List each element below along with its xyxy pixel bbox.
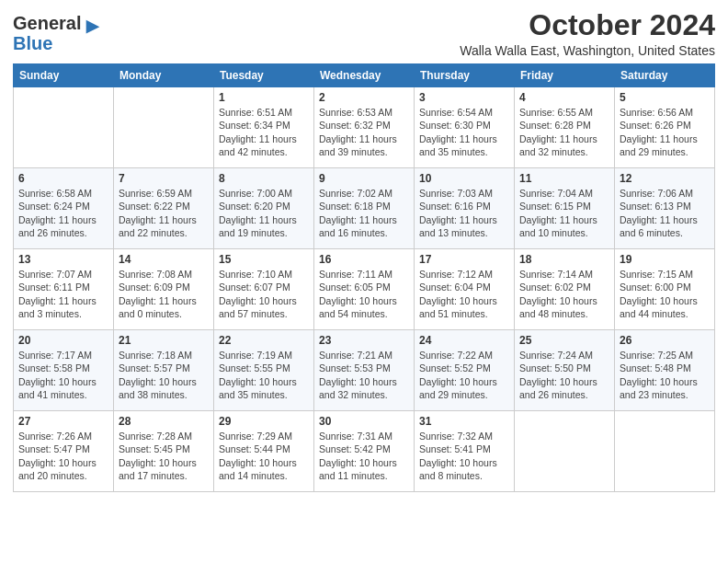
calendar-cell: 25Sunrise: 7:24 AM Sunset: 5:50 PM Dayli… bbox=[515, 330, 615, 411]
day-info: Sunrise: 7:04 AM Sunset: 6:15 PM Dayligh… bbox=[519, 187, 609, 239]
day-info: Sunrise: 7:03 AM Sunset: 6:16 PM Dayligh… bbox=[419, 187, 509, 239]
day-info: Sunrise: 7:17 AM Sunset: 5:58 PM Dayligh… bbox=[18, 349, 108, 401]
day-number: 20 bbox=[18, 334, 108, 347]
calendar-cell: 4Sunrise: 6:55 AM Sunset: 6:28 PM Daylig… bbox=[515, 87, 615, 168]
calendar-week-4: 27Sunrise: 7:26 AM Sunset: 5:47 PM Dayli… bbox=[14, 411, 715, 492]
day-info: Sunrise: 7:00 AM Sunset: 6:20 PM Dayligh… bbox=[219, 187, 309, 239]
calendar-week-1: 6Sunrise: 6:58 AM Sunset: 6:24 PM Daylig… bbox=[14, 168, 715, 249]
day-number: 3 bbox=[419, 91, 509, 104]
day-number: 9 bbox=[319, 172, 409, 185]
calendar-cell: 12Sunrise: 7:06 AM Sunset: 6:13 PM Dayli… bbox=[615, 168, 715, 249]
generalblue-icon bbox=[83, 18, 103, 39]
day-info: Sunrise: 7:10 AM Sunset: 6:07 PM Dayligh… bbox=[219, 268, 309, 320]
day-number: 15 bbox=[219, 253, 309, 266]
day-number: 2 bbox=[319, 91, 409, 104]
day-info: Sunrise: 7:07 AM Sunset: 6:11 PM Dayligh… bbox=[18, 268, 108, 320]
day-number: 27 bbox=[18, 415, 108, 428]
svg-marker-0 bbox=[86, 20, 100, 34]
day-header-friday: Friday bbox=[515, 64, 615, 87]
day-header-monday: Monday bbox=[114, 64, 214, 87]
day-info: Sunrise: 7:22 AM Sunset: 5:52 PM Dayligh… bbox=[419, 349, 509, 401]
day-number: 22 bbox=[219, 334, 309, 347]
header: General Blue October 2024 Walla Walla Ea… bbox=[13, 9, 715, 58]
calendar-cell: 15Sunrise: 7:10 AM Sunset: 6:07 PM Dayli… bbox=[214, 249, 314, 330]
day-info: Sunrise: 7:08 AM Sunset: 6:09 PM Dayligh… bbox=[119, 268, 209, 320]
day-info: Sunrise: 7:11 AM Sunset: 6:05 PM Dayligh… bbox=[319, 268, 409, 320]
calendar-cell: 24Sunrise: 7:22 AM Sunset: 5:52 PM Dayli… bbox=[415, 330, 515, 411]
calendar: SundayMondayTuesdayWednesdayThursdayFrid… bbox=[13, 63, 715, 492]
day-info: Sunrise: 6:53 AM Sunset: 6:32 PM Dayligh… bbox=[319, 106, 409, 158]
day-info: Sunrise: 7:18 AM Sunset: 5:57 PM Dayligh… bbox=[119, 349, 209, 401]
day-header-tuesday: Tuesday bbox=[214, 64, 314, 87]
day-info: Sunrise: 7:02 AM Sunset: 6:18 PM Dayligh… bbox=[319, 187, 409, 239]
day-number: 24 bbox=[419, 334, 509, 347]
day-number: 30 bbox=[319, 415, 409, 428]
month-title: October 2024 bbox=[460, 9, 715, 41]
day-info: Sunrise: 6:54 AM Sunset: 6:30 PM Dayligh… bbox=[419, 106, 509, 158]
calendar-cell: 11Sunrise: 7:04 AM Sunset: 6:15 PM Dayli… bbox=[515, 168, 615, 249]
day-number: 17 bbox=[419, 253, 509, 266]
day-header-wednesday: Wednesday bbox=[314, 64, 415, 87]
calendar-cell: 13Sunrise: 7:07 AM Sunset: 6:11 PM Dayli… bbox=[14, 249, 114, 330]
day-info: Sunrise: 7:12 AM Sunset: 6:04 PM Dayligh… bbox=[419, 268, 509, 320]
calendar-cell: 3Sunrise: 6:54 AM Sunset: 6:30 PM Daylig… bbox=[415, 87, 515, 168]
day-number: 18 bbox=[519, 253, 609, 266]
day-info: Sunrise: 6:58 AM Sunset: 6:24 PM Dayligh… bbox=[18, 187, 108, 239]
calendar-cell bbox=[114, 87, 214, 168]
day-number: 19 bbox=[620, 253, 710, 266]
day-number: 28 bbox=[119, 415, 209, 428]
logo-general: General bbox=[13, 13, 81, 33]
calendar-cell: 20Sunrise: 7:17 AM Sunset: 5:58 PM Dayli… bbox=[14, 330, 114, 411]
calendar-cell: 2Sunrise: 6:53 AM Sunset: 6:32 PM Daylig… bbox=[314, 87, 415, 168]
day-header-sunday: Sunday bbox=[14, 64, 114, 87]
calendar-cell: 14Sunrise: 7:08 AM Sunset: 6:09 PM Dayli… bbox=[114, 249, 214, 330]
day-number: 25 bbox=[519, 334, 609, 347]
calendar-cell bbox=[515, 411, 615, 492]
calendar-week-2: 13Sunrise: 7:07 AM Sunset: 6:11 PM Dayli… bbox=[14, 249, 715, 330]
day-number: 7 bbox=[119, 172, 209, 185]
day-info: Sunrise: 7:21 AM Sunset: 5:53 PM Dayligh… bbox=[319, 349, 409, 401]
day-info: Sunrise: 7:14 AM Sunset: 6:02 PM Dayligh… bbox=[519, 268, 609, 320]
calendar-cell: 18Sunrise: 7:14 AM Sunset: 6:02 PM Dayli… bbox=[515, 249, 615, 330]
calendar-cell: 8Sunrise: 7:00 AM Sunset: 6:20 PM Daylig… bbox=[214, 168, 314, 249]
day-number: 5 bbox=[620, 91, 710, 104]
calendar-cell: 22Sunrise: 7:19 AM Sunset: 5:55 PM Dayli… bbox=[214, 330, 314, 411]
calendar-cell bbox=[615, 411, 715, 492]
calendar-week-0: 1Sunrise: 6:51 AM Sunset: 6:34 PM Daylig… bbox=[14, 87, 715, 168]
calendar-cell: 31Sunrise: 7:32 AM Sunset: 5:41 PM Dayli… bbox=[415, 411, 515, 492]
day-info: Sunrise: 6:55 AM Sunset: 6:28 PM Dayligh… bbox=[519, 106, 609, 158]
day-number: 12 bbox=[620, 172, 710, 185]
calendar-cell: 23Sunrise: 7:21 AM Sunset: 5:53 PM Dayli… bbox=[314, 330, 415, 411]
day-header-saturday: Saturday bbox=[615, 64, 715, 87]
day-info: Sunrise: 7:28 AM Sunset: 5:45 PM Dayligh… bbox=[119, 430, 209, 482]
calendar-cell: 7Sunrise: 6:59 AM Sunset: 6:22 PM Daylig… bbox=[114, 168, 214, 249]
day-header-thursday: Thursday bbox=[415, 64, 515, 87]
day-info: Sunrise: 7:29 AM Sunset: 5:44 PM Dayligh… bbox=[219, 430, 309, 482]
calendar-cell: 10Sunrise: 7:03 AM Sunset: 6:16 PM Dayli… bbox=[415, 168, 515, 249]
calendar-cell: 26Sunrise: 7:25 AM Sunset: 5:48 PM Dayli… bbox=[615, 330, 715, 411]
day-info: Sunrise: 7:19 AM Sunset: 5:55 PM Dayligh… bbox=[219, 349, 309, 401]
title-block: October 2024 Walla Walla East, Washingto… bbox=[460, 9, 715, 58]
day-number: 8 bbox=[219, 172, 309, 185]
calendar-cell: 6Sunrise: 6:58 AM Sunset: 6:24 PM Daylig… bbox=[14, 168, 114, 249]
day-info: Sunrise: 6:51 AM Sunset: 6:34 PM Dayligh… bbox=[219, 106, 309, 158]
day-number: 13 bbox=[18, 253, 108, 266]
day-number: 16 bbox=[319, 253, 409, 266]
calendar-header-row: SundayMondayTuesdayWednesdayThursdayFrid… bbox=[14, 64, 715, 87]
day-number: 11 bbox=[519, 172, 609, 185]
day-info: Sunrise: 7:15 AM Sunset: 6:00 PM Dayligh… bbox=[620, 268, 710, 320]
day-number: 26 bbox=[620, 334, 710, 347]
calendar-cell: 5Sunrise: 6:56 AM Sunset: 6:26 PM Daylig… bbox=[615, 87, 715, 168]
day-info: Sunrise: 7:24 AM Sunset: 5:50 PM Dayligh… bbox=[519, 349, 609, 401]
day-number: 10 bbox=[419, 172, 509, 185]
day-number: 23 bbox=[319, 334, 409, 347]
day-number: 4 bbox=[519, 91, 609, 104]
calendar-cell: 19Sunrise: 7:15 AM Sunset: 6:00 PM Dayli… bbox=[615, 249, 715, 330]
day-number: 31 bbox=[419, 415, 509, 428]
day-number: 1 bbox=[219, 91, 309, 104]
day-number: 21 bbox=[119, 334, 209, 347]
day-info: Sunrise: 7:26 AM Sunset: 5:47 PM Dayligh… bbox=[18, 430, 108, 482]
calendar-cell: 29Sunrise: 7:29 AM Sunset: 5:44 PM Dayli… bbox=[214, 411, 314, 492]
calendar-week-3: 20Sunrise: 7:17 AM Sunset: 5:58 PM Dayli… bbox=[14, 330, 715, 411]
day-number: 14 bbox=[119, 253, 209, 266]
